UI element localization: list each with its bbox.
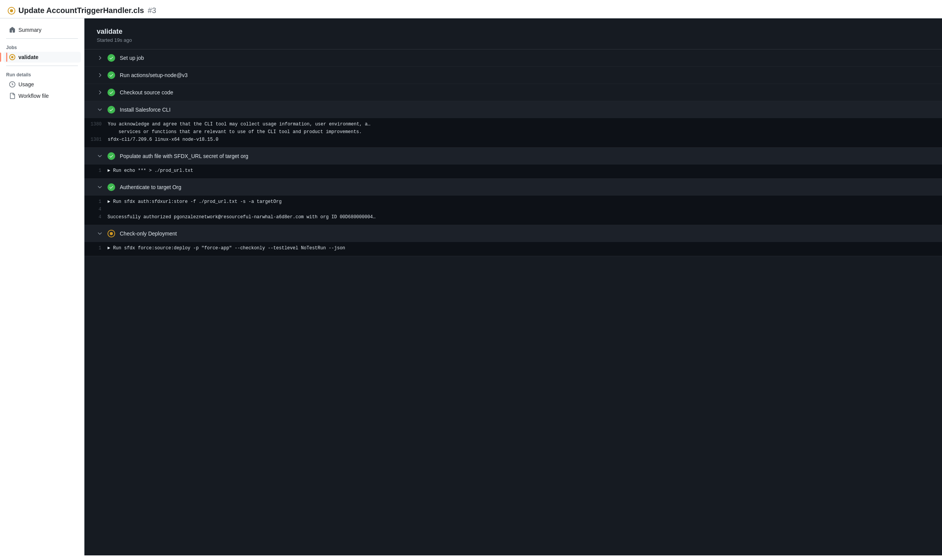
step-populate-auth: Populate auth file with SFDX_URL secret … [84, 148, 942, 179]
log-line-content: Successfully authorized pgonzaleznetwork… [107, 214, 376, 220]
log-line-content: ► Run sfdx force:source:deploy -p "force… [107, 245, 345, 251]
log-line-content: services or functions that are relevant … [107, 129, 362, 135]
sidebar-validate-wrapper: validate [0, 52, 84, 63]
step-install-sf-cli: Install Salesforce CLI 1380 You acknowle… [84, 101, 942, 148]
page-header: Update AccountTriggerHandler.cls #3 [0, 0, 942, 18]
step-success-icon [107, 89, 115, 96]
step-checkout-header[interactable]: Checkout source code [84, 84, 942, 101]
step-checkout: Checkout source code [84, 84, 942, 101]
usage-label: Usage [18, 81, 34, 87]
log-line-content: You acknowledge and agree that the CLI t… [108, 122, 370, 127]
step-set-up-job: Set up job [84, 49, 942, 67]
header-status-icon [8, 7, 15, 15]
log-line: 1 ► Run sfdx force:source:deploy -p "for… [84, 245, 942, 253]
step-populate-auth-logs: 1 ► Run echo *** > ./prod_url.txt [84, 165, 942, 178]
step-success-icon [107, 54, 115, 62]
sidebar-item-workflow-file[interactable]: Workflow file [3, 91, 81, 101]
job-title: validate [97, 28, 930, 36]
workflow-file-icon [9, 93, 15, 99]
chevron-down-icon [97, 184, 103, 190]
sidebar-item-validate[interactable]: validate [3, 52, 81, 63]
step-check-only-deployment-header[interactable]: Check-only Deployment [84, 225, 942, 242]
log-line-number: 1380 [84, 122, 108, 127]
chevron-right-icon [97, 89, 103, 96]
log-line-number: 1 [84, 168, 107, 173]
log-line-number: 4 [84, 214, 107, 220]
log-line-number: 1381 [84, 137, 108, 142]
step-setup-node-header[interactable]: Run actions/setup-node@v3 [84, 67, 942, 84]
sidebar-divider-1 [6, 38, 78, 39]
log-line-number: 1 [84, 199, 107, 204]
step-install-sf-cli-logs: 1380 You acknowledge and agree that the … [84, 118, 942, 147]
job-subtitle: Started 19s ago [97, 37, 930, 43]
step-name: Install Salesforce CLI [120, 107, 170, 113]
page-title: Update AccountTriggerHandler.cls #3 [18, 6, 156, 15]
chevron-down-icon [97, 153, 103, 159]
step-name: Set up job [120, 55, 144, 61]
step-name: Checkout source code [120, 89, 173, 96]
step-authenticate: Authenticate to target Org 1 ► Run sfdx … [84, 179, 942, 225]
step-name: Populate auth file with SFDX_URL secret … [120, 153, 248, 159]
log-line: 4 [84, 206, 942, 214]
step-check-only-deployment: Check-only Deployment 1 ► Run sfdx force… [84, 225, 942, 256]
log-line-content: ► Run echo *** > ./prod_url.txt [107, 168, 193, 173]
step-success-icon [107, 71, 115, 79]
clock-icon [9, 81, 15, 87]
validate-status-icon [9, 54, 15, 60]
step-authenticate-logs: 1 ► Run sfdx auth:sfdxurl:store -f ./pro… [84, 196, 942, 225]
step-check-only-deployment-logs: 1 ► Run sfdx force:source:deploy -p "for… [84, 242, 942, 256]
chevron-down-icon [97, 107, 103, 113]
chevron-right-icon [97, 55, 103, 61]
chevron-right-icon [97, 72, 103, 78]
run-details-section-label: Run details [0, 69, 84, 79]
jobs-section-label: Jobs [0, 42, 84, 52]
steps-container: Set up job Run actions/setup-node@v3 [84, 49, 942, 256]
step-success-icon [107, 183, 115, 191]
step-authenticate-header[interactable]: Authenticate to target Org [84, 179, 942, 196]
log-line-number: 1 [84, 245, 107, 251]
step-set-up-job-header[interactable]: Set up job [84, 49, 942, 66]
log-line: 4 Successfully authorized pgonzaleznetwo… [84, 214, 942, 222]
summary-label: Summary [18, 27, 41, 33]
validate-label: validate [18, 54, 38, 60]
sidebar-item-summary[interactable]: Summary [3, 25, 81, 35]
step-success-icon [107, 152, 115, 160]
step-name: Authenticate to target Org [120, 184, 181, 190]
log-line: 1381 sfdx-cli/7.209.6 linux-x64 node-v18… [84, 137, 942, 144]
log-line-content: ► Run sfdx auth:sfdxurl:store -f ./prod_… [107, 199, 282, 204]
log-line: 1 ► Run sfdx auth:sfdxurl:store -f ./pro… [84, 199, 942, 206]
step-running-icon [107, 230, 115, 237]
step-success-icon [107, 106, 115, 114]
sidebar-divider-2 [6, 66, 78, 66]
log-line: 1 ► Run echo *** > ./prod_url.txt [84, 168, 942, 175]
log-line: 1380 You acknowledge and agree that the … [84, 121, 942, 129]
step-name: Run actions/setup-node@v3 [120, 72, 188, 78]
log-line: services or functions that are relevant … [84, 129, 942, 137]
workflow-file-label: Workflow file [18, 93, 49, 99]
log-line-number: 4 [84, 207, 107, 212]
step-populate-auth-header[interactable]: Populate auth file with SFDX_URL secret … [84, 148, 942, 165]
main-content: validate Started 19s ago Set up job [84, 18, 942, 555]
step-setup-node: Run actions/setup-node@v3 [84, 67, 942, 84]
chevron-down-icon [97, 231, 103, 237]
step-install-sf-cli-header[interactable]: Install Salesforce CLI [84, 101, 942, 118]
sidebar-item-usage[interactable]: Usage [3, 79, 81, 90]
job-header: validate Started 19s ago [84, 18, 942, 49]
main-layout: Summary Jobs validate Run details Usage [0, 18, 942, 555]
log-line-content: sfdx-cli/7.209.6 linux-x64 node-v18.15.0 [108, 137, 218, 142]
run-number: #3 [148, 6, 156, 15]
home-icon [9, 27, 15, 33]
sidebar: Summary Jobs validate Run details Usage [0, 18, 84, 555]
step-name: Check-only Deployment [120, 231, 177, 237]
